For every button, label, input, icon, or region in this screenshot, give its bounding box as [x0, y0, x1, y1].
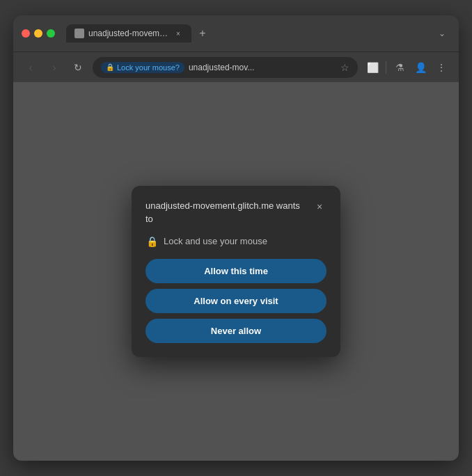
- allow-this-time-button[interactable]: Allow this time: [145, 259, 327, 283]
- lock-text: Lock your mouse?: [117, 63, 180, 72]
- bookmark-icon[interactable]: ☆: [340, 62, 349, 73]
- menu-button[interactable]: ⋮: [432, 58, 450, 77]
- permission-dialog: unadjusted-movement.glitch.me wants to ×…: [132, 186, 340, 356]
- reload-button[interactable]: ↻: [69, 58, 87, 77]
- active-tab[interactable]: unadjusted-movement.glitch. ×: [66, 24, 191, 42]
- tab-close-button[interactable]: ×: [173, 29, 183, 38]
- forward-button[interactable]: ›: [45, 58, 63, 77]
- dialog-close-button[interactable]: ×: [313, 200, 327, 214]
- allow-every-visit-button[interactable]: Allow on every visit: [145, 289, 327, 313]
- tab-title: unadjusted-movement.glitch.: [88, 29, 169, 38]
- browser-window: unadjusted-movement.glitch. × + ⌄ ‹ › ↻ …: [13, 15, 459, 461]
- new-tab-button[interactable]: +: [194, 25, 211, 42]
- maximize-window-button[interactable]: [47, 29, 55, 38]
- tab-favicon: [74, 29, 84, 38]
- dialog-title: unadjusted-movement.glitch.me wants to: [145, 200, 313, 225]
- profile-button[interactable]: 👤: [411, 58, 430, 77]
- nav-bar: ‹ › ↻ 🔒 Lock your mouse? unadjusted-mov.…: [13, 51, 459, 82]
- window-controls: [22, 29, 55, 38]
- labs-button[interactable]: ⚗: [391, 58, 409, 77]
- permission-text: Lock and use your mouse: [164, 236, 267, 246]
- address-text: unadjusted-mov...: [189, 63, 255, 72]
- tab-expand-button[interactable]: ⌄: [434, 25, 450, 42]
- lock-badge[interactable]: 🔒 Lock your mouse?: [101, 62, 184, 73]
- nav-icons-right: ⬜ ⚗ 👤 ⋮: [363, 58, 450, 77]
- lock-icon: 🔒: [106, 63, 114, 71]
- permission-lock-icon: 🔒: [145, 235, 158, 248]
- dialog-header: unadjusted-movement.glitch.me wants to ×: [145, 200, 327, 225]
- title-bar: unadjusted-movement.glitch. × + ⌄: [13, 15, 459, 51]
- minimize-window-button[interactable]: [34, 29, 42, 38]
- dialog-permission-row: 🔒 Lock and use your mouse: [145, 235, 327, 248]
- close-window-button[interactable]: [22, 29, 30, 38]
- back-button[interactable]: ‹: [22, 58, 40, 77]
- page-content: unadjusted-movement.glitch.me wants to ×…: [13, 82, 459, 461]
- tab-bar: unadjusted-movement.glitch. × + ⌄: [66, 24, 450, 42]
- extensions-button[interactable]: ⬜: [363, 58, 381, 77]
- nav-divider: [386, 61, 386, 74]
- never-allow-button[interactable]: Never allow: [145, 319, 327, 343]
- address-bar[interactable]: 🔒 Lock your mouse? unadjusted-mov... ☆: [93, 57, 358, 78]
